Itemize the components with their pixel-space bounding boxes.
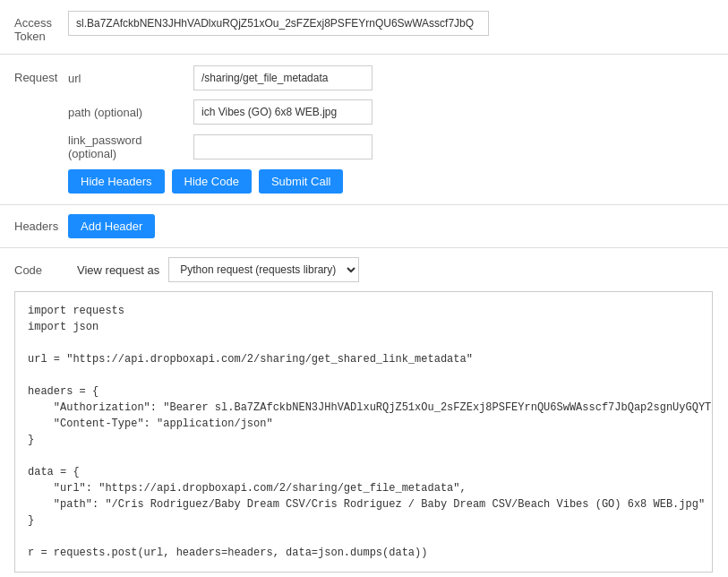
url-input[interactable] xyxy=(193,65,373,90)
view-request-label: View request as xyxy=(77,263,159,277)
link-password-field-row: link_password (optional) xyxy=(68,133,714,160)
code-label: Code xyxy=(14,263,68,277)
url-field-label: url xyxy=(68,72,193,85)
language-select[interactable]: Python request (requests library) xyxy=(168,257,359,282)
submit-call-button[interactable]: Submit Call xyxy=(259,169,343,194)
access-token-input[interactable] xyxy=(68,11,489,36)
path-field-row: path (optional) xyxy=(68,99,714,125)
hide-headers-button[interactable]: Hide Headers xyxy=(68,169,165,194)
headers-section: Headers Add Header xyxy=(0,205,728,248)
code-header: Code View request as Python request (req… xyxy=(14,257,714,282)
code-block: import requests import json url = "https… xyxy=(14,291,713,573)
add-header-button[interactable]: Add Header xyxy=(68,214,155,238)
link-password-field-label: link_password (optional) xyxy=(68,133,193,160)
path-field-label: path (optional) xyxy=(68,106,193,119)
url-field-row: url xyxy=(68,65,714,90)
hide-code-button[interactable]: Hide Code xyxy=(172,169,252,194)
access-token-label: Access Token xyxy=(14,11,68,43)
headers-label: Headers xyxy=(14,220,68,233)
request-buttons: Hide Headers Hide Code Submit Call xyxy=(68,169,714,194)
access-token-content xyxy=(68,11,714,36)
request-section: Request url path (optional) link_passwor… xyxy=(0,55,728,205)
access-token-section: Access Token xyxy=(0,0,728,55)
request-content: url path (optional) link_password (optio… xyxy=(68,65,714,194)
code-section: Code View request as Python request (req… xyxy=(0,248,728,577)
request-label: Request xyxy=(14,65,68,84)
path-input[interactable] xyxy=(193,99,373,125)
link-password-input[interactable] xyxy=(193,134,373,159)
